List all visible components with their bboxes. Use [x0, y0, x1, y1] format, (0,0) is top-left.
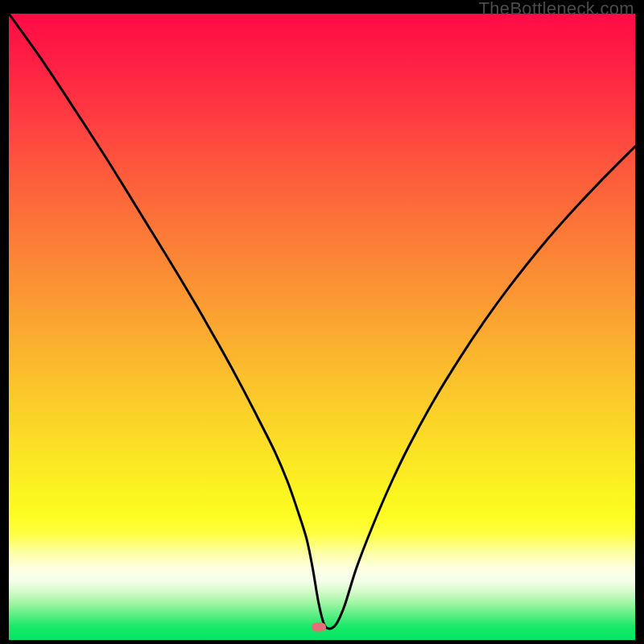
optimal-point-marker [312, 623, 326, 632]
gradient-background [9, 14, 635, 640]
watermark-text: TheBottleneck.com [479, 0, 634, 19]
chart-frame [9, 14, 635, 640]
bottleneck-plot [9, 14, 635, 640]
